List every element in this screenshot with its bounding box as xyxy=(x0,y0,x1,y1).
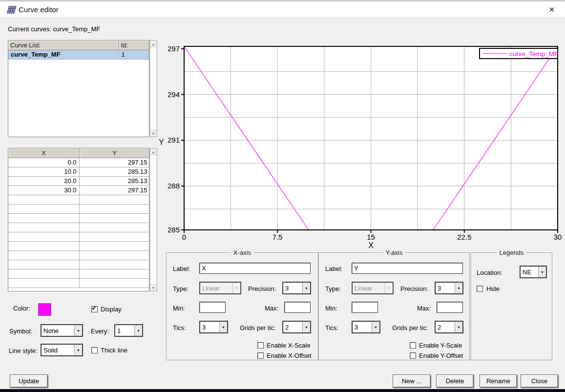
x-tics-dropdown-button[interactable]: ▼ xyxy=(219,322,227,332)
scrollbar-down-button[interactable]: ▼ xyxy=(150,130,157,137)
point-y-cell[interactable]: 297.15 xyxy=(79,158,149,167)
point-x-cell[interactable]: 10.0 xyxy=(8,167,79,176)
point-row[interactable] xyxy=(8,195,149,204)
point-x-cell[interactable] xyxy=(8,204,79,213)
point-row[interactable] xyxy=(8,260,149,269)
point-x-cell[interactable] xyxy=(8,223,79,232)
new-button[interactable]: New ... xyxy=(393,374,431,388)
point-y-cell[interactable] xyxy=(79,278,149,288)
x-grids-dropdown-button[interactable]: ▼ xyxy=(302,322,310,332)
points-header-x[interactable]: X xyxy=(8,148,79,158)
point-x-cell[interactable] xyxy=(8,241,79,250)
point-x-cell[interactable] xyxy=(8,195,79,204)
title-bar[interactable]: Curve editor ✕ xyxy=(0,1,565,18)
point-row[interactable] xyxy=(8,269,149,278)
y-max-input[interactable] xyxy=(437,302,463,313)
enable-y-offset-checkbox[interactable] xyxy=(410,352,416,359)
point-x-cell[interactable] xyxy=(8,269,79,278)
x-tics-select[interactable]: 3 ▼ xyxy=(199,321,228,333)
y-grids-dropdown-button[interactable]: ▼ xyxy=(455,322,462,332)
point-x-cell[interactable]: 20.0 xyxy=(8,176,79,186)
delete-button[interactable]: Delete xyxy=(436,374,474,388)
point-x-cell[interactable] xyxy=(8,278,79,288)
scrollbar-track[interactable] xyxy=(150,155,157,284)
point-y-cell[interactable] xyxy=(79,223,149,232)
point-row[interactable]: 20.0285.13 xyxy=(8,176,149,186)
point-y-cell[interactable]: 285.13 xyxy=(79,167,149,176)
display-checkbox[interactable]: ✔ xyxy=(91,306,98,312)
y-min-input[interactable] xyxy=(352,302,378,313)
thick-line-checkbox[interactable] xyxy=(91,347,98,353)
point-x-cell[interactable]: 30.0 xyxy=(8,186,79,195)
points-table[interactable]: X Y 0.0297.1510.0285.1320.0285.1330.0297… xyxy=(8,148,149,291)
curve-list-row[interactable]: curve_Temp_MF1 xyxy=(8,50,149,59)
rename-button[interactable]: Rename xyxy=(480,374,517,388)
curve-list-header-name[interactable]: Curve List: xyxy=(8,41,119,50)
x-max-input[interactable] xyxy=(284,302,311,313)
point-row[interactable] xyxy=(8,213,149,223)
point-x-cell[interactable] xyxy=(8,260,79,269)
curve-list-header-id[interactable]: Id: xyxy=(119,41,149,50)
y-precision-dropdown-button[interactable]: ▼ xyxy=(455,283,462,293)
point-row[interactable] xyxy=(8,250,149,260)
enable-y-scale-checkbox[interactable] xyxy=(410,342,416,349)
x-label-input[interactable] xyxy=(199,263,311,274)
close-action-button[interactable]: Close xyxy=(521,374,558,388)
point-row[interactable] xyxy=(8,223,149,232)
color-swatch[interactable] xyxy=(38,303,51,316)
point-x-cell[interactable] xyxy=(8,250,79,260)
curve-id-cell[interactable]: 1 xyxy=(119,50,149,59)
point-y-cell[interactable] xyxy=(79,204,149,213)
point-y-cell[interactable] xyxy=(79,269,149,278)
point-row[interactable] xyxy=(8,204,149,213)
point-y-cell[interactable] xyxy=(79,260,149,269)
point-row[interactable] xyxy=(8,232,149,241)
symbol-select[interactable]: None ▼ xyxy=(41,324,83,337)
x-precision-dropdown-button[interactable]: ▼ xyxy=(302,283,310,293)
update-button[interactable]: Update xyxy=(10,374,48,388)
x-type-dropdown-button[interactable]: ▼ xyxy=(232,283,240,293)
point-row[interactable]: 10.0285.13 xyxy=(8,167,149,176)
y-tics-dropdown-button[interactable]: ▼ xyxy=(372,322,379,332)
curve-list[interactable]: Curve List: Id: curve_Temp_MF1 xyxy=(8,40,149,137)
x-precision-select[interactable]: 3 ▼ xyxy=(282,282,311,294)
legend-hide-checkbox[interactable] xyxy=(477,286,483,292)
x-min-input[interactable] xyxy=(199,302,226,313)
point-row[interactable] xyxy=(8,278,149,288)
x-type-select[interactable]: Linear ▼ xyxy=(199,282,241,294)
y-type-select[interactable]: Linear ▼ xyxy=(352,282,394,294)
every-dropdown-button[interactable]: ▼ xyxy=(134,325,142,336)
point-y-cell[interactable] xyxy=(79,250,149,260)
point-y-cell[interactable]: 297.15 xyxy=(79,186,149,195)
point-y-cell[interactable]: 285.13 xyxy=(79,176,149,186)
point-x-cell[interactable] xyxy=(8,232,79,241)
point-y-cell[interactable] xyxy=(79,232,149,241)
y-tics-select[interactable]: 3 ▼ xyxy=(352,321,380,333)
point-row[interactable]: 0.0297.15 xyxy=(8,158,149,167)
scrollbar-track[interactable] xyxy=(150,47,157,130)
point-y-cell[interactable] xyxy=(79,195,149,204)
scrollbar-up-button[interactable]: ▲ xyxy=(150,41,157,47)
point-y-cell[interactable] xyxy=(79,241,149,250)
y-grids-select[interactable]: 2 ▼ xyxy=(435,321,463,333)
close-button[interactable]: ✕ xyxy=(545,4,558,16)
symbol-dropdown-button[interactable]: ▼ xyxy=(74,325,82,336)
point-row[interactable] xyxy=(8,241,149,250)
every-select[interactable]: 1 ▼ xyxy=(114,324,143,337)
point-x-cell[interactable] xyxy=(8,213,79,223)
enable-x-scale-checkbox[interactable] xyxy=(257,342,264,349)
scrollbar-up-button[interactable]: ▲ xyxy=(150,148,157,155)
curve-name-cell[interactable]: curve_Temp_MF xyxy=(8,50,119,59)
scrollbar-down-button[interactable]: ▼ xyxy=(150,284,157,291)
x-grids-select[interactable]: 2 ▼ xyxy=(282,321,311,333)
point-row[interactable]: 30.0297.15 xyxy=(8,186,149,195)
y-type-dropdown-button[interactable]: ▼ xyxy=(385,283,393,293)
line-style-dropdown-button[interactable]: ▼ xyxy=(74,345,82,355)
point-x-cell[interactable]: 0.0 xyxy=(8,158,79,167)
y-label-input[interactable] xyxy=(352,263,463,274)
y-precision-select[interactable]: 3 ▼ xyxy=(435,282,463,294)
legend-location-select[interactable]: NE ▼ xyxy=(520,266,547,278)
enable-x-offset-checkbox[interactable] xyxy=(257,352,264,359)
point-y-cell[interactable] xyxy=(79,213,149,223)
legend-location-dropdown-button[interactable]: ▼ xyxy=(538,267,546,277)
